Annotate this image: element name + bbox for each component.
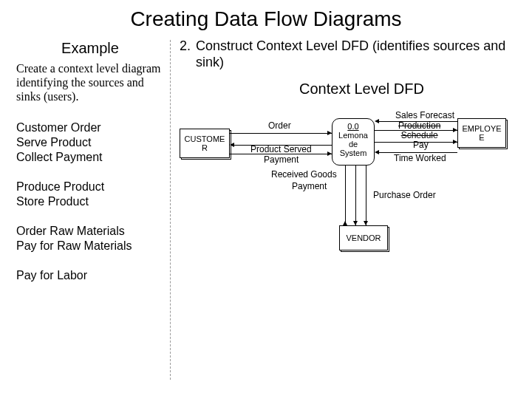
arrow-head-icon [375, 150, 379, 154]
arrow-head-icon [327, 151, 332, 156]
list-item: Collect Payment [16, 150, 164, 165]
list-item: Pay for Labor [16, 268, 164, 283]
arrow-head-icon [364, 221, 368, 225]
process-id: 0.0 [335, 122, 372, 131]
step-line: 2. Construct Context Level DFD (identifi… [180, 38, 522, 70]
flow-label-time-worked: Time Worked [394, 154, 446, 163]
flow-label-pay: Pay [413, 140, 429, 150]
activity-group-3: Order Raw Materials Pay for Raw Material… [16, 224, 164, 253]
arrow-line [345, 166, 346, 225]
arrow-head-icon [353, 221, 358, 225]
flow-label-payment-2: Payment [292, 182, 327, 191]
flow-label-product-served: Product Served [250, 145, 312, 154]
flow-label-production-schedule: Production Schedule [398, 121, 440, 140]
left-column: Example Create a context level diagram i… [0, 35, 170, 380]
activity-group-4: Pay for Labor [16, 268, 164, 283]
entity-customer: CUSTOME R [180, 129, 230, 158]
process-lemonade-system: 0.0 Lemona de System [332, 118, 375, 166]
activity-group-2: Produce Product Store Product [16, 180, 164, 209]
page-title: Creating Data Flow Diagrams [0, 0, 532, 35]
list-item: Serve Product [16, 135, 164, 150]
content-area: Example Create a context level diagram i… [0, 35, 532, 380]
entity-vendor: VENDOR [339, 225, 388, 250]
list-item: Pay for Raw Materials [16, 239, 164, 253]
example-heading: Example [16, 40, 164, 57]
arrow-line [355, 166, 356, 225]
process-name: Lemona de System [335, 131, 372, 157]
flow-label-payment: Payment [264, 155, 299, 165]
arrow-line [366, 166, 366, 225]
list-item: Order Raw Materials [16, 224, 164, 239]
flow-label-order: Order [268, 121, 291, 131]
arrow-line [230, 133, 332, 134]
flow-label-received-goods: Received Goods [271, 170, 337, 180]
list-item: Customer Order [16, 120, 164, 135]
list-item: Store Product [16, 194, 164, 209]
entity-employee: EMPLOYE E [457, 118, 506, 148]
step-number: 2. [180, 38, 196, 70]
list-item: Produce Product [16, 180, 164, 194]
arrow-head-icon [453, 140, 457, 144]
right-column: 2. Construct Context Level DFD (identifi… [177, 35, 532, 380]
activity-group-1: Customer Order Serve Product Collect Pay… [16, 120, 164, 165]
example-description: Create a context level diagram identifyi… [16, 61, 164, 104]
arrow-head-icon [343, 221, 347, 225]
dfd-diagram: CUSTOME R 0.0 Lemona de System EMPLOYE E… [180, 111, 505, 303]
flow-label-purchase-order: Purchase Order [373, 191, 436, 200]
column-divider [170, 40, 171, 380]
step-text: Construct Context Level DFD (identifies … [196, 38, 522, 70]
arrow-head-icon [453, 128, 457, 132]
context-heading: Context Level DFD [180, 81, 522, 98]
arrow-head-icon [230, 143, 234, 147]
arrow-head-icon [375, 119, 379, 123]
arrow-head-icon [327, 131, 332, 135]
flow-label-sales-forecast: Sales Forecast [395, 111, 454, 120]
